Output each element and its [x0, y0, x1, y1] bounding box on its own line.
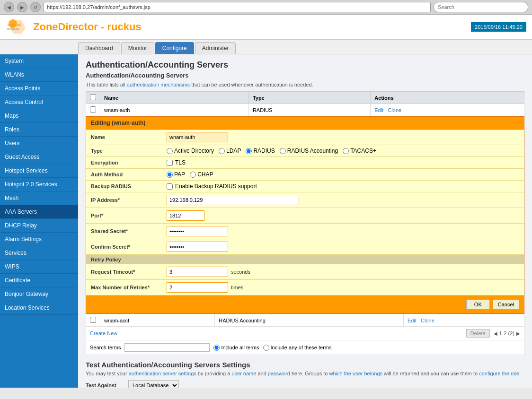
sidebar-item-location-services[interactable]: Location Services: [0, 301, 78, 315]
edit-panel-body: Name Type Active Directory: [86, 130, 524, 295]
auth-chap-label[interactable]: CHAP: [190, 171, 213, 178]
include-all-label[interactable]: Include all terms: [213, 345, 259, 351]
confirm-secret-input[interactable]: [167, 242, 228, 252]
include-any-label[interactable]: Include any of these terms: [263, 345, 332, 351]
sidebar-item-mesh[interactable]: Mesh: [0, 191, 78, 205]
include-all-radio[interactable]: [213, 345, 220, 351]
form-row-confirm-secret: Confirm Secret*: [86, 239, 524, 255]
backup-radius-text: Enable Backup RADIUS support: [175, 183, 257, 190]
type-radio-ldap[interactable]: LDAP: [219, 147, 241, 154]
url-bar[interactable]: [44, 2, 431, 12]
sidebar-item-wlans[interactable]: WLANs: [0, 68, 78, 82]
type-radio-radius-acct-input[interactable]: [280, 148, 286, 154]
row-name-wnam-acct: wnam-acct: [100, 314, 215, 327]
shared-secret-input[interactable]: [167, 226, 228, 236]
ip-input[interactable]: [167, 195, 299, 205]
tls-checkbox[interactable]: [167, 160, 173, 166]
clone-link-wnam-auth[interactable]: Clone: [388, 107, 401, 113]
auth-chap-radio[interactable]: [190, 172, 196, 178]
create-new-link[interactable]: Create New: [90, 330, 117, 336]
tls-checkbox-label[interactable]: TLS: [167, 159, 519, 166]
port-label: Port*: [91, 213, 167, 218]
auth-method-radio-group: PAP CHAP: [167, 171, 519, 178]
next-page-btn[interactable]: ▶: [516, 331, 520, 336]
cancel-button[interactable]: Cancel: [493, 299, 519, 310]
auth-pap-label[interactable]: PAP: [167, 171, 185, 178]
sidebar-item-maps[interactable]: Maps: [0, 109, 78, 123]
auth-settings-link[interactable]: authentication server settings: [129, 371, 196, 376]
sidebar-item-hotspot2-services[interactable]: Hotspot 2.0 Services: [0, 178, 78, 191]
form-row-shared-secret: Shared Secret*: [86, 224, 524, 239]
auth-mechanisms-link[interactable]: all authentication mechanisms: [120, 82, 190, 87]
max-retries-input[interactable]: [167, 282, 228, 293]
edit-panel-btn-row: OK Cancel: [86, 295, 524, 313]
tab-monitor[interactable]: Monitor: [121, 42, 154, 54]
clone-link-wnam-acct[interactable]: Clone: [421, 318, 434, 323]
table-actions: Create New Delete ◀ 1-2 (2) ▶: [86, 327, 524, 340]
sidebar-item-aaa-servers[interactable]: AAA Servers: [0, 205, 78, 219]
test-against-select[interactable]: Local Database: [128, 380, 179, 388]
type-radio-ldap-input[interactable]: [219, 148, 225, 154]
sidebar-item-access-control[interactable]: Access Control: [0, 95, 78, 109]
sidebar-item-bonjour-gateway[interactable]: Bonjour Gateway: [0, 287, 78, 301]
auth-pap-radio[interactable]: [167, 172, 173, 178]
search-input[interactable]: [124, 343, 210, 352]
forward-button[interactable]: ▶: [17, 2, 27, 12]
tab-dashboard[interactable]: Dashboard: [78, 42, 120, 54]
type-radio-ad-input[interactable]: [167, 148, 173, 154]
tab-configure[interactable]: Configure: [155, 42, 194, 54]
confirm-secret-label: Confirm Secret*: [91, 244, 167, 250]
pagination-area: Delete ◀ 1-2 (2) ▶: [466, 329, 520, 338]
type-radio-ad[interactable]: Active Directory: [167, 147, 214, 154]
row-checkbox-wnam-acct[interactable]: [90, 317, 96, 323]
type-radio-radius[interactable]: RADIUS: [246, 147, 275, 154]
delete-button[interactable]: Delete: [466, 329, 490, 338]
sidebar-item-users[interactable]: Users: [0, 137, 78, 150]
sidebar-item-wips[interactable]: WIPS: [0, 260, 78, 274]
user-belongs-link[interactable]: which the user belongs: [329, 371, 382, 376]
refresh-button[interactable]: ↺: [30, 2, 41, 12]
row-actions: Edit Clone: [371, 104, 524, 116]
type-radio-radius-input[interactable]: [246, 148, 252, 154]
browser-search-input[interactable]: [434, 2, 528, 12]
configure-role-link[interactable]: configure the role: [479, 371, 519, 376]
type-radio-tacacs[interactable]: TACACS+: [343, 147, 376, 154]
type-radio-radius-acct[interactable]: RADIUS Accounting: [280, 147, 338, 154]
edit-link-wnam-acct[interactable]: Edit: [408, 318, 417, 323]
form-row-type: Type Active Directory LDAP RAD: [86, 145, 524, 157]
include-all-text: Include all terms: [221, 345, 259, 350]
name-input[interactable]: [167, 132, 228, 142]
name-value: [167, 132, 519, 142]
sidebar-item-hotspot-services[interactable]: Hotspot Services: [0, 164, 78, 178]
sidebar-item-dhcp-relay[interactable]: DHCP Relay: [0, 219, 78, 233]
include-any-radio[interactable]: [263, 345, 269, 351]
back-button[interactable]: ◀: [4, 2, 14, 12]
app-container: RUCKUS WIRELESS ZoneDirector - ruckus 20…: [0, 15, 532, 388]
request-timeout-suffix: seconds: [231, 269, 250, 275]
user-name-link[interactable]: user name: [231, 371, 256, 376]
request-timeout-input[interactable]: [167, 267, 228, 277]
test-title: Test Authentication/Accounting Servers S…: [86, 361, 524, 369]
row-type: RADIUS: [248, 104, 370, 116]
type-radio-tacacs-input[interactable]: [343, 148, 349, 154]
sidebar-item-alarm-settings[interactable]: Alarm Settings: [0, 233, 78, 246]
sidebar-item-certificate[interactable]: Certificate: [0, 274, 78, 287]
ok-button[interactable]: OK: [466, 299, 490, 310]
tab-administer[interactable]: Administer: [195, 42, 236, 54]
sidebar-item-guest-access[interactable]: Guest Access: [0, 150, 78, 164]
sidebar-item-access-points[interactable]: Access Points: [0, 82, 78, 95]
backup-radius-checkbox[interactable]: [167, 183, 173, 190]
prev-page-btn[interactable]: ◀: [494, 331, 497, 336]
sidebar-item-system[interactable]: System: [0, 54, 78, 68]
password-link[interactable]: password: [268, 371, 290, 376]
port-input[interactable]: [167, 210, 204, 221]
row-checkbox[interactable]: [90, 106, 96, 113]
backup-radius-checkbox-label[interactable]: Enable Backup RADIUS support: [167, 183, 519, 190]
sidebar-item-roles[interactable]: Roles: [0, 123, 78, 137]
sidebar-item-services[interactable]: Services: [0, 246, 78, 260]
browser-chrome: ◀ ▶ ↺: [0, 0, 532, 15]
select-all-checkbox[interactable]: [90, 94, 96, 100]
form-row-max-retries: Max Number of Retries* times: [86, 280, 524, 295]
test-against-row: Test Against Local Database: [86, 380, 524, 388]
edit-link-wnam-auth[interactable]: Edit: [374, 107, 383, 113]
